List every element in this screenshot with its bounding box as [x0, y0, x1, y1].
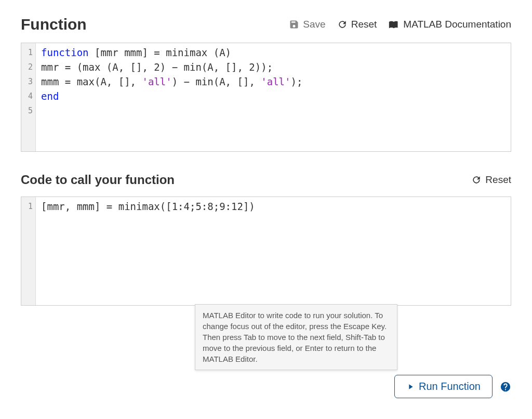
editor-tooltip: MATLAB Editor to write code to run your …: [195, 304, 397, 370]
help-button[interactable]: [500, 381, 511, 392]
reset-button-bottom[interactable]: Reset: [471, 174, 511, 186]
reset-icon: [337, 19, 348, 30]
line-number: 1: [21, 199, 33, 214]
section2-title: Code to call your function: [21, 173, 175, 187]
section1-header: Function Save Reset MATLAB Documentation: [21, 16, 511, 33]
editor2-body[interactable]: [mmr, mmm] = minimax([1:4;5:8;9:12]): [36, 197, 511, 305]
line-number: 4: [21, 89, 33, 103]
editor1-body[interactable]: function [mmr mmm] = minimax (A)mmr = (m…: [36, 43, 511, 151]
editor2-gutter: 1: [21, 197, 36, 305]
footer-row: Run Function: [394, 375, 511, 398]
reset-label-2: Reset: [485, 174, 511, 186]
reset-icon: [471, 175, 482, 185]
play-icon: [406, 383, 415, 391]
code-line[interactable]: function [mmr mmm] = minimax (A): [41, 45, 506, 60]
caller-editor[interactable]: 1 [mmr, mmm] = minimax([1:4;5:8;9:12]): [21, 197, 511, 306]
page-root: Function Save Reset MATLAB Documentation: [0, 0, 532, 419]
run-function-button[interactable]: Run Function: [394, 375, 493, 398]
save-icon: [289, 19, 299, 30]
line-number: 2: [21, 60, 33, 74]
run-label: Run Function: [419, 381, 481, 392]
line-number: 5: [21, 103, 33, 118]
code-line[interactable]: mmm = max(A, [], 'all') − min(A, [], 'al…: [41, 74, 506, 89]
line-number: 3: [21, 74, 33, 89]
section2-toolbar: Reset: [471, 174, 511, 186]
docs-label: MATLAB Documentation: [403, 19, 511, 30]
section1-title: Function: [21, 16, 87, 33]
reset-button-top[interactable]: Reset: [337, 19, 377, 30]
editor1-gutter: 12345: [21, 43, 36, 151]
section2-header: Code to call your function Reset: [21, 173, 511, 187]
docs-button[interactable]: MATLAB Documentation: [388, 19, 511, 30]
code-line[interactable]: [mmr, mmm] = minimax([1:4;5:8;9:12]): [41, 199, 506, 214]
section1-toolbar: Save Reset MATLAB Documentation: [289, 19, 511, 30]
reset-label: Reset: [351, 19, 377, 30]
code-line[interactable]: mmr = (max (A, [], 2) − min(A, [], 2));: [41, 60, 506, 74]
code-line[interactable]: end: [41, 89, 506, 103]
code-line[interactable]: [41, 103, 506, 118]
function-editor[interactable]: 12345 function [mmr mmm] = minimax (A)mm…: [21, 43, 511, 152]
save-label: Save: [303, 19, 325, 30]
line-number: 1: [21, 45, 33, 60]
book-icon: [388, 19, 400, 30]
save-button[interactable]: Save: [289, 19, 325, 30]
